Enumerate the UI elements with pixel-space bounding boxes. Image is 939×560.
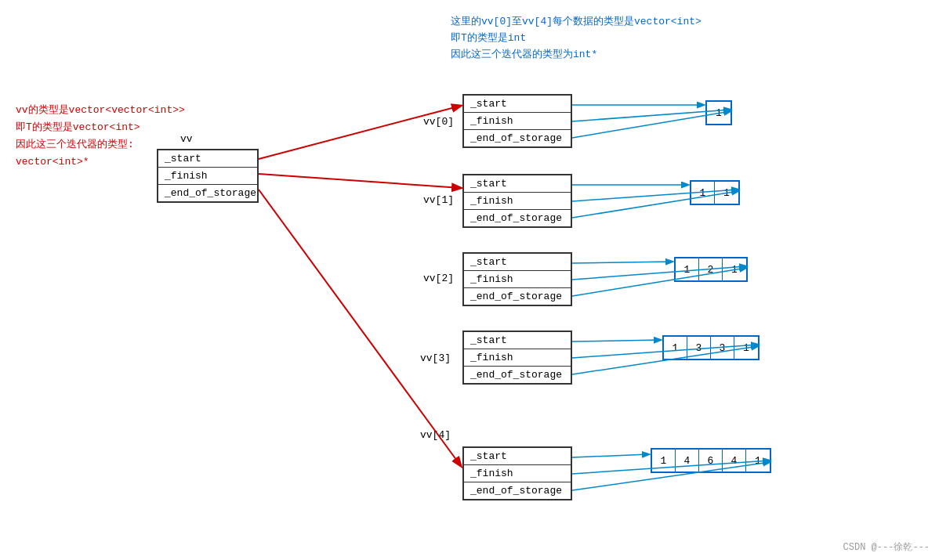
label-vv3: vv[3] (420, 352, 451, 364)
main-row-finish: _finish (158, 168, 257, 185)
label-vv0: vv[0] (423, 116, 454, 128)
vv-label: vv (180, 133, 193, 145)
svg-line-15 (572, 454, 649, 457)
main-row-eos: _end_of_storage (158, 185, 257, 201)
sub-box-3: _start _finish _end_of_storage (462, 331, 572, 385)
svg-line-1 (259, 174, 461, 188)
top-annotation: 这里的vv[0]至vv[4]每个数据的类型是vector<int> 即T的类型是… (451, 14, 702, 63)
svg-line-9 (572, 262, 673, 263)
data-cells-1: 1 1 (690, 180, 740, 205)
main-vector-box: _start _finish _end_of_storage (157, 149, 259, 203)
sub-box-4: _start _finish _end_of_storage (462, 446, 572, 500)
svg-line-2 (259, 190, 461, 466)
label-vv4: vv[4] (420, 429, 451, 441)
label-vv1: vv[1] (423, 194, 454, 206)
svg-line-12 (572, 340, 661, 341)
data-cells-3: 1 3 3 1 (662, 335, 760, 360)
sub-box-1: _start _finish _end_of_storage (462, 174, 572, 228)
sub-box-0: _start _finish _end_of_storage (462, 94, 572, 148)
page: 这里的vv[0]至vv[4]每个数据的类型是vector<int> 即T的类型是… (0, 0, 939, 560)
label-vv2: vv[2] (423, 273, 454, 284)
watermark: CSDN @---徐乾--- (843, 540, 930, 554)
sub-box-2: _start _finish _end_of_storage (462, 252, 572, 306)
svg-line-0 (259, 106, 461, 159)
data-cells-4: 1 4 6 4 1 (651, 448, 771, 473)
main-row-start: _start (158, 150, 257, 168)
data-cells-2: 1 2 1 (674, 257, 748, 282)
data-cells-0: 1 (705, 100, 732, 125)
